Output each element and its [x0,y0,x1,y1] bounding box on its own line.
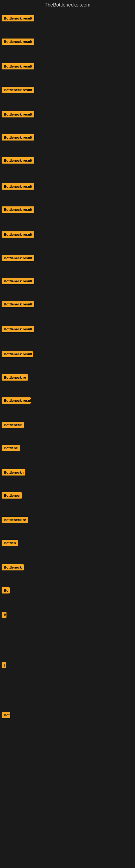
page-container: TheBottlenecker.com Bottleneck resultBot… [0,0,135,868]
list-item: Bottleneck result [0,183,36,191]
bottleneck-badge: Bottleneck [2,564,24,570]
bottleneck-badge: Bottleneck result [2,183,34,190]
bottleneck-badge: Bottleneck result [2,111,34,118]
list-item: B [0,612,8,619]
list-item: Bottleneck re [0,374,30,382]
list-item: Bottleneck result [0,38,36,46]
bottleneck-badge: Bottlenec [2,492,22,499]
bottleneck-badge: Bottleneck result [2,326,34,332]
list-item: Bottleneck resul [0,397,32,405]
bottleneck-badge: Bottleneck [2,422,24,428]
list-item: Bo [0,587,11,595]
list-item: Bottleneck result [0,301,36,308]
bottleneck-badge: Bottlen [2,540,18,546]
bottleneck-badge: Bottleneck resul [2,397,31,404]
list-item: Bottleneck result [0,351,34,358]
list-item: Bottleneck result [0,207,36,214]
bottleneck-badge: Bottleneck result [2,134,34,141]
bottleneck-badge: Bottleneck result [2,63,34,69]
list-item: Bottleneck result [0,111,36,119]
bottleneck-badge: | [2,662,6,668]
list-item: Bottleneck [0,564,26,571]
list-item: Bottleneck result [0,278,36,285]
list-item: Bottleneck result [0,326,36,333]
bottleneck-badge: Bottleneck result [2,207,34,213]
list-item: Bottleneck r [0,469,27,476]
bottleneck-badge: Bottleneck result [2,38,34,45]
bottleneck-badge: Bottleneck result [2,157,34,163]
list-item: Bottleneck result [0,15,36,23]
bottleneck-badge: B [2,612,6,618]
list-item: Bottleneck result [0,87,36,94]
bottleneck-badge: Bo [2,587,10,593]
list-item: Bottleneck result [0,134,36,142]
list-item: | [0,662,8,669]
bottleneck-badge: Bottleneck re [2,374,28,380]
bottleneck-badge: Bottleneck re [2,517,28,523]
bottleneck-badge: Bottleneck r [2,469,26,475]
bottleneck-badge: Bottleneck result [2,15,34,22]
list-item: Bottleneck result [0,157,36,165]
list-item: Bottleneck [0,422,26,429]
list-item: Bottleneck result [0,231,36,239]
bottleneck-badge: Bot [2,712,10,718]
list-item: Bottleneck result [0,63,36,70]
bottleneck-badge: Bottleneck result [2,301,34,307]
list-item: Bottlene [0,445,21,452]
bottleneck-badge: Bottleneck result [2,87,34,93]
bottleneck-badge: Bottleneck result [2,231,34,238]
list-item: Bottlenec [0,492,24,500]
bottleneck-badge: Bottleneck result [2,255,34,261]
list-item: Bottlen [0,540,20,547]
list-item: Bottleneck re [0,517,30,524]
list-item: Bottleneck result [0,255,36,262]
list-item: Bot [0,712,12,719]
bottleneck-badge: Bottleneck result [2,278,34,284]
bottleneck-badge: Bottleneck result [2,351,33,357]
bottleneck-badge: Bottlene [2,445,20,451]
site-title: TheBottlenecker.com [0,0,135,11]
